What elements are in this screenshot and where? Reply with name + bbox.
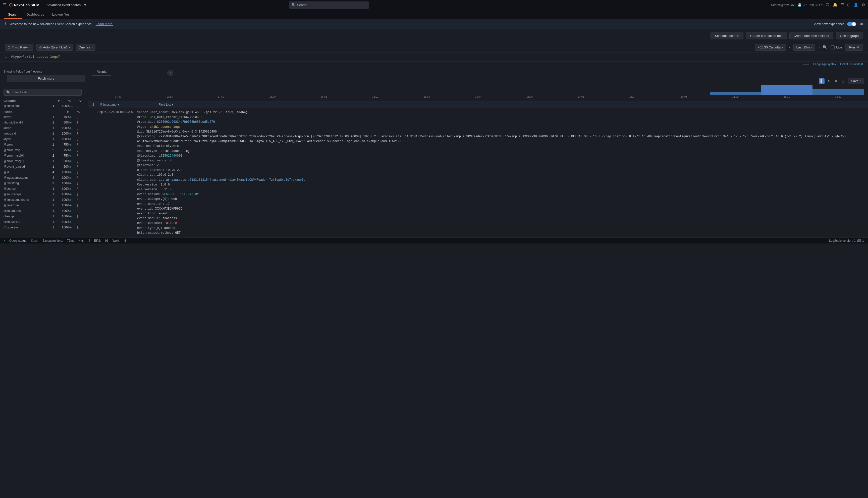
- timeline-refresh-button[interactable]: ↻: [827, 78, 832, 84]
- source-selector[interactable]: ⊡ Third Party ▾: [5, 44, 34, 51]
- field-repo-cid-menu-icon[interactable]: ⋮: [76, 132, 82, 135]
- workspace-caret-icon[interactable]: ▾: [821, 3, 822, 6]
- field-event-parsed-row[interactable]: @event_parsed 1 50% + ⋮: [1, 164, 84, 169]
- field-type-row[interactable]: #type 1 100% + ⋮: [1, 136, 84, 142]
- refresh-icon[interactable]: ↻: [79, 99, 82, 103]
- tab-search[interactable]: Search: [4, 11, 22, 19]
- field-humio-row[interactable]: #humioBackfill 1 50% + ⋮: [1, 120, 84, 125]
- field-ingesttimestamp-add-icon[interactable]: +: [69, 176, 76, 180]
- timezone-selector[interactable]: +05:30 Calcutta ▾: [755, 44, 786, 51]
- field-timezone-menu-icon[interactable]: ⋮: [76, 203, 82, 207]
- field-error-msg1-menu-icon[interactable]: ⋮: [76, 159, 82, 163]
- run-button[interactable]: Run ↵: [845, 44, 863, 51]
- field-id-row[interactable]: @id 4 100% + ⋮: [1, 169, 84, 175]
- new-experience-toggle[interactable]: [847, 22, 856, 26]
- sidebar-collapse-button[interactable]: «: [167, 70, 173, 76]
- field-rawstring-add-icon[interactable]: +: [69, 181, 76, 185]
- field-client-address-menu-icon[interactable]: ⋮: [76, 209, 82, 213]
- field-error-msg0-add-icon[interactable]: +: [69, 154, 76, 158]
- field-repo-cid-row[interactable]: #repo.cid 1 100% + ⋮: [1, 131, 84, 136]
- row-expander-icon[interactable]: ⋮: [92, 111, 95, 114]
- field-source-menu-icon[interactable]: ⋮: [76, 187, 82, 191]
- shield-icon[interactable]: 🛡: [826, 3, 830, 7]
- field-ingesttimestamp-row[interactable]: @ingesttimestamp 4 100% + ⋮: [1, 175, 84, 181]
- queries-selector[interactable]: Queries ▾: [76, 44, 96, 51]
- field-sourcetype-row[interactable]: @sourcetype 1 100% + ⋮: [1, 192, 84, 197]
- field-sourcetype-add-icon[interactable]: +: [69, 192, 76, 196]
- timeline-bar-chart-button[interactable]: ▋: [819, 78, 825, 84]
- field-timestamp-nanos-menu-icon[interactable]: ⋮: [76, 198, 82, 202]
- field-client-address-row[interactable]: client.address 1 100% + ⋮: [1, 208, 84, 214]
- save-button[interactable]: Save ▾: [848, 78, 864, 84]
- field-client-address-add-icon[interactable]: +: [69, 209, 76, 213]
- field-client-ip-row[interactable]: client.ip 1 100% + ⋮: [1, 214, 84, 219]
- field-error-menu-icon[interactable]: ⋮: [76, 115, 82, 119]
- timeline-expand-button[interactable]: ⊞: [841, 78, 846, 84]
- field-id-add-icon[interactable]: +: [69, 170, 76, 174]
- sort-icon[interactable]: ↓: [13, 111, 15, 114]
- field-repo-cid-add-icon[interactable]: +: [69, 132, 76, 135]
- field-type-add-icon[interactable]: +: [69, 137, 76, 141]
- field-type-menu-icon[interactable]: ⋮: [76, 137, 82, 141]
- field-error-msg-menu-icon[interactable]: ⋮: [76, 148, 82, 152]
- time-prev-icon[interactable]: ‹: [789, 45, 790, 50]
- field-error-msg0-menu-icon[interactable]: ⋮: [76, 154, 82, 158]
- field-error-msg0-row[interactable]: @error_msg[0] 2 75% + ⋮: [1, 153, 84, 158]
- timeline-settings-button[interactable]: ⇅: [833, 78, 839, 84]
- query-editor[interactable]: 1 #type="cribl_access_logs": [0, 52, 868, 62]
- breadcrumb-advanced-event-search[interactable]: Advanced event search: [47, 3, 81, 7]
- live-checkbox[interactable]: [831, 45, 834, 50]
- field-error-row[interactable]: #error 1 75% + ⋮: [1, 114, 84, 120]
- create-correlation-rule-button[interactable]: Create correlation rule: [746, 32, 787, 39]
- user-avatar-icon[interactable]: 👤: [853, 2, 858, 7]
- field-cps-version-add-icon[interactable]: +: [69, 225, 76, 230]
- notifications-icon[interactable]: 🔔: [832, 2, 838, 7]
- field-repo-menu-icon[interactable]: ⋮: [76, 126, 82, 130]
- field-client-ip-menu-icon[interactable]: ⋮: [76, 214, 82, 218]
- field-cps-version-row[interactable]: Cps.version 1 100% + ⋮: [1, 225, 84, 230]
- field-repo-row[interactable]: #repo 1 100% + ⋮: [1, 125, 84, 131]
- hamburger-menu-icon[interactable]: ☰: [3, 2, 7, 7]
- field-client-ip-add-icon[interactable]: +: [69, 214, 76, 218]
- field-error-msg-add-icon[interactable]: +: [69, 148, 76, 152]
- global-search-bar[interactable]: 🔍 Search: [289, 1, 369, 9]
- view-selector[interactable]: ◎ Auto (Event List) ▾: [36, 44, 73, 51]
- field-timestamp-nanos-add-icon[interactable]: +: [69, 198, 76, 202]
- field-at-error-row[interactable]: @error 1 75% + ⋮: [1, 142, 84, 147]
- field-client-user-id-add-icon[interactable]: +: [69, 220, 76, 224]
- field-error-msg1-row[interactable]: @error_msg[1] 1 50% + ⋮: [1, 158, 84, 164]
- field-client-user-id-menu-icon[interactable]: ⋮: [76, 220, 82, 224]
- field-timezone-add-icon[interactable]: +: [69, 203, 76, 207]
- field-client-user-id-row[interactable]: client.user.id 1 100% + ⋮: [1, 219, 84, 225]
- field-error-msg-row[interactable]: @error_msg 2 75% + ⋮: [1, 147, 84, 153]
- calendar-search-icon[interactable]: 🔍: [822, 45, 828, 50]
- messages-icon[interactable]: ☰: [841, 2, 844, 7]
- tab-lookup-files[interactable]: Lookup files: [48, 11, 73, 19]
- field-event-parsed-add-icon[interactable]: +: [69, 165, 76, 169]
- field-id-menu-icon[interactable]: ⋮: [76, 170, 82, 174]
- field-ingesttimestamp-menu-icon[interactable]: ⋮: [76, 176, 82, 180]
- field-timestamp-nanos-row[interactable]: @timestamp.nanos 1 100% + ⋮: [1, 197, 84, 202]
- filter-fields-input[interactable]: [12, 90, 79, 94]
- field-cps-version-menu-icon[interactable]: ⋮: [76, 225, 82, 230]
- see-in-graph-button[interactable]: See in graph: [836, 32, 863, 39]
- field-rawstring-row[interactable]: @rawstring 3 100% + ⋮: [1, 181, 84, 186]
- learn-more-link[interactable]: Learn more.: [96, 22, 113, 26]
- event-list-widget-link[interactable]: Event List widget: [840, 63, 863, 66]
- field-repo-add-icon[interactable]: +: [69, 126, 76, 130]
- time-next-icon[interactable]: ›: [818, 45, 819, 50]
- language-syntax-link[interactable]: Language syntax: [813, 63, 836, 66]
- field-event-parsed-menu-icon[interactable]: ⋮: [76, 165, 82, 169]
- schedule-search-button[interactable]: Schedule search: [711, 32, 743, 39]
- bookmark-icon[interactable]: ⚑: [83, 3, 87, 7]
- field-rawstring-menu-icon[interactable]: ⋮: [76, 181, 82, 185]
- field-error-msg1-add-icon[interactable]: +: [69, 159, 76, 163]
- tab-dashboards[interactable]: Dashboards: [22, 11, 48, 19]
- time-range-selector[interactable]: Last 15m ▾: [793, 44, 815, 51]
- column-timestamp-remove-icon[interactable]: —: [69, 104, 76, 108]
- field-timezone-row[interactable]: @timezone 1 100% + ⋮: [1, 202, 84, 208]
- apps-icon[interactable]: ⊞: [847, 2, 851, 7]
- field-error-add-icon[interactable]: +: [69, 115, 76, 119]
- timestamp-column-header[interactable]: @timestamp ▾: [100, 103, 119, 106]
- field-humio-menu-icon[interactable]: ⋮: [76, 120, 82, 124]
